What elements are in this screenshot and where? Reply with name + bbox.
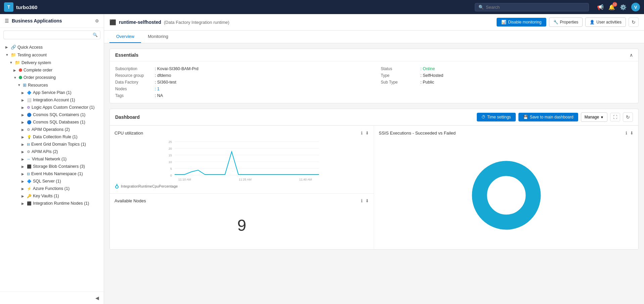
runtime-icon: ⬛ bbox=[27, 201, 32, 206]
sidebar-item-label: Resources bbox=[28, 83, 48, 88]
sidebar-search-input[interactable] bbox=[3, 31, 100, 39]
download-icon[interactable]: ⬇ bbox=[365, 198, 369, 203]
sidebar-item-label: Integration Runtime Nodes (1) bbox=[33, 201, 89, 206]
sidebar-item-event-grid[interactable]: ▶ ⊟ Event Grid Domain Topics (1) bbox=[0, 141, 104, 148]
sidebar-item-complete-order[interactable]: ▶ Complete order bbox=[0, 66, 104, 74]
chevron-icon: ▶ bbox=[21, 91, 26, 95]
notification-badge: 12 bbox=[612, 2, 617, 7]
cpu-chart-title: CPU utilization bbox=[114, 131, 143, 136]
sidebar-item-cosmos-containers[interactable]: ▶ 🔵 Cosmos SQL Containers (1) bbox=[0, 111, 104, 118]
sidebar-item-label: Azure Functions (1) bbox=[33, 186, 70, 191]
info-icon[interactable]: ℹ bbox=[626, 131, 627, 136]
avatar[interactable]: V bbox=[631, 3, 640, 11]
sidebar-item-label: SQL Server (1) bbox=[33, 179, 61, 184]
info-icon[interactable]: ℹ bbox=[361, 131, 363, 136]
essentials-row-factory: Data Factory : SI360-test bbox=[115, 79, 367, 86]
sidebar-item-label: Order processing bbox=[24, 75, 56, 80]
sidebar-item-storage-blob[interactable]: ▶ ⬛ Storage Blob Containers (3) bbox=[0, 163, 104, 170]
sidebar-item-apim-apis[interactable]: ▶ ⚙ APIM APIs (2) bbox=[0, 148, 104, 155]
svg-text:10: 10 bbox=[169, 160, 172, 164]
user-icon: 👤 bbox=[590, 20, 595, 24]
manage-button[interactable]: Manage ▼ bbox=[581, 112, 607, 122]
dashboard-card: Dashboard ⏱ Time settings 💾 Save to main… bbox=[109, 109, 639, 250]
tab-monitoring[interactable]: Monitoring bbox=[141, 31, 175, 43]
sidebar-item-resources[interactable]: ▼ ⊞ Resources bbox=[0, 81, 104, 89]
resource-title: ⬛ runtime-selfhosted (Data Factory Integ… bbox=[109, 19, 229, 26]
sidebar-item-label: Event Grid Domain Topics (1) bbox=[31, 142, 86, 147]
apim-api-icon: ⚙ bbox=[27, 150, 30, 154]
essentials-collapse-icon[interactable]: ∧ bbox=[630, 52, 633, 58]
refresh-dashboard-button[interactable]: ↻ bbox=[623, 112, 633, 122]
info-icon[interactable]: ℹ bbox=[361, 198, 363, 203]
sidebar-item-key-vaults[interactable]: ▶ 🔑 Key Vaults (1) bbox=[0, 192, 104, 200]
folder-icon: 📁 bbox=[15, 60, 20, 65]
field-label: Data Factory bbox=[115, 80, 152, 85]
chevron-icon: ▶ bbox=[21, 135, 26, 139]
field-value-link[interactable]: : 1 bbox=[155, 87, 159, 91]
collapse-sidebar-button[interactable]: ◀ bbox=[93, 294, 102, 302]
content-body: Essentials ∧ Subscription : Kovai-SI360-… bbox=[104, 43, 644, 304]
chevron-icon: ▶ bbox=[21, 157, 26, 161]
logo-icon: T bbox=[4, 2, 13, 12]
settings-icon[interactable]: ⚙️ bbox=[620, 4, 627, 10]
sidebar-item-cosmos-databases[interactable]: ▶ 🔵 Cosmos SQL Databases (1) bbox=[0, 118, 104, 126]
sidebar-settings-icon[interactable]: ⚙ bbox=[95, 18, 99, 23]
properties-button[interactable]: 🔧 Properties bbox=[549, 17, 583, 27]
sidebar-item-testing-account[interactable]: ▼ 📁 Testing account bbox=[0, 51, 104, 59]
chevron-icon: ▶ bbox=[21, 113, 26, 117]
chevron-icon: ▶ bbox=[21, 98, 26, 102]
nodes-chart-header: Available Nodes ℹ ⬇ bbox=[114, 198, 369, 203]
announcement-icon[interactable]: 📢 bbox=[597, 4, 604, 10]
legend-icon bbox=[114, 184, 119, 189]
user-activities-button[interactable]: 👤 User activities bbox=[585, 17, 626, 27]
sidebar-header: ☰ Business Applications ⚙ bbox=[0, 14, 104, 28]
sidebar-item-integration-runtime[interactable]: ▶ ⬛ Integration Runtime Nodes (1) bbox=[0, 200, 104, 207]
time-settings-button[interactable]: ⏱ Time settings bbox=[477, 113, 516, 121]
disable-monitoring-button[interactable]: 📊 Disable monitoring bbox=[497, 18, 546, 27]
ssis-chart-header: SSIS Executions - Succeeded vs Failed ℹ … bbox=[379, 131, 634, 136]
sidebar-item-quick-access[interactable]: ▶ 🔗 Quick Access bbox=[0, 43, 104, 51]
available-nodes-panel: Available Nodes ℹ ⬇ 9 bbox=[110, 194, 374, 249]
sidebar-item-azure-functions[interactable]: ▶ ⚡ Azure Functions (1) bbox=[0, 185, 104, 192]
clock-icon: ⏱ bbox=[481, 115, 486, 119]
essentials-title: Essentials bbox=[115, 52, 138, 58]
sidebar-item-label: APIM Operations (2) bbox=[32, 127, 70, 132]
essentials-row-rg: Resource group : dfdemo bbox=[115, 72, 367, 79]
refresh-button[interactable]: ↻ bbox=[629, 17, 639, 27]
sidebar-item-label: Data Collection Rule (1) bbox=[33, 135, 78, 139]
download-icon[interactable]: ⬇ bbox=[365, 131, 369, 136]
sidebar-item-data-collection-rule[interactable]: ▶ 💡 Data Collection Rule (1) bbox=[0, 133, 104, 141]
sidebar-menu-icon: ☰ bbox=[5, 18, 9, 23]
sidebar-item-logic-apps[interactable]: ▶ ⚙ Logic Apps Custom Connector (1) bbox=[0, 104, 104, 111]
search-bar[interactable]: 🔍 bbox=[475, 3, 589, 11]
download-icon[interactable]: ⬇ bbox=[630, 131, 634, 136]
chevron-icon: ▶ bbox=[21, 143, 26, 146]
sidebar-item-label: APIM APIs (2) bbox=[32, 149, 58, 154]
sidebar-item-sql-server[interactable]: ▶ 🔷 SQL Server (1) bbox=[0, 178, 104, 185]
cpu-chart-icons: ℹ ⬇ bbox=[361, 131, 369, 136]
fullscreen-button[interactable]: ⛶ bbox=[610, 113, 620, 121]
essentials-grid: Subscription : Kovai-SI360-BAM-Prd Resou… bbox=[110, 61, 638, 103]
essentials-row-subtype: Sub Type : Public bbox=[381, 79, 633, 86]
tab-overview[interactable]: Overview bbox=[109, 31, 141, 43]
sidebar-item-order-processing[interactable]: ▼ Order processing bbox=[0, 74, 104, 81]
sidebar-item-label: Integration Account (1) bbox=[33, 98, 75, 102]
search-input[interactable] bbox=[486, 5, 585, 10]
sidebar-item-integration-account[interactable]: ▶ ⬜ Integration Account (1) bbox=[0, 96, 104, 104]
apim-icon: ⚙ bbox=[27, 128, 30, 132]
essentials-header: Essentials ∧ bbox=[110, 49, 638, 61]
sidebar-item-delivery-system[interactable]: ▼ 📁 Delivery system bbox=[0, 59, 104, 66]
tabs: Overview Monitoring bbox=[104, 31, 644, 43]
sidebar-item-event-hubs[interactable]: ▶ ⊟ Event Hubs Namespace (1) bbox=[0, 170, 104, 178]
sidebar-item-virtual-network[interactable]: ▶ ↔ Virtual Network (1) bbox=[0, 155, 104, 163]
logo[interactable]: T turbo360 bbox=[4, 2, 37, 12]
save-dashboard-button[interactable]: 💾 Save to main dashboard bbox=[518, 113, 578, 121]
content-area: ⬛ runtime-selfhosted (Data Factory Integ… bbox=[104, 14, 644, 304]
sidebar-tree: ▶ 🔗 Quick Access ▼ 📁 Testing account ▼ 📁… bbox=[0, 42, 104, 292]
sidebar-item-app-service-plan[interactable]: ▶ 🔷 App Service Plan (1) bbox=[0, 89, 104, 96]
cpu-chart-svg: 25 20 15 10 5 0 11:10 AM 11:25 AM bbox=[114, 138, 369, 182]
sidebar-footer: ◀ bbox=[0, 292, 104, 304]
notification-icon[interactable]: 🔔 12 bbox=[608, 4, 615, 10]
monitor-icon: 📊 bbox=[501, 20, 506, 24]
sidebar-item-apim-operations[interactable]: ▶ ⚙ APIM Operations (2) bbox=[0, 126, 104, 133]
